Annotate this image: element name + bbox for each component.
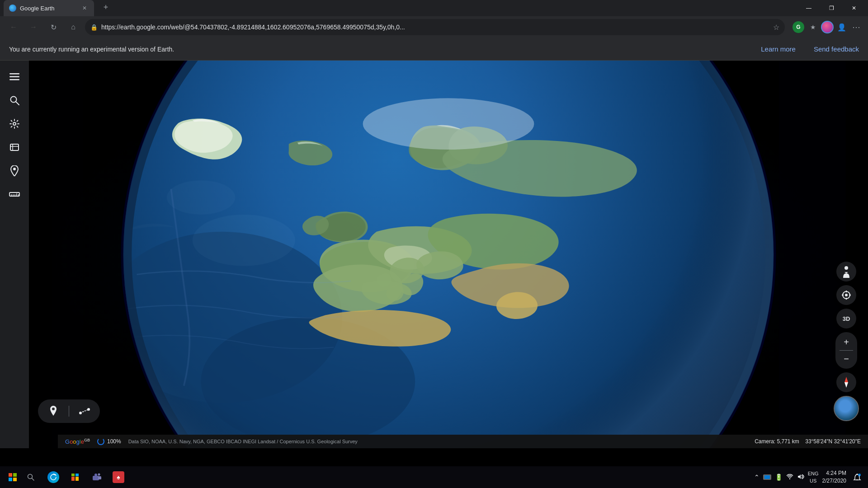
camera-info: Camera: 5,771 km 33°58'24"N 32°41'20"E <box>755 438 861 445</box>
sidebar <box>0 61 29 448</box>
tab-title: Google Earth <box>20 5 77 12</box>
svg-point-29 <box>52 408 55 410</box>
svg-point-9 <box>13 168 16 170</box>
zoom-in-button[interactable]: + <box>837 334 855 350</box>
taskbar-store[interactable] <box>65 467 85 487</box>
keyboard-region: US <box>808 477 819 485</box>
taskbar-edge[interactable] <box>43 467 63 487</box>
location-target-button[interactable] <box>836 285 856 305</box>
svg-point-5 <box>13 122 16 125</box>
clock-time: 4:24 PM <box>822 469 846 477</box>
notification-center-button[interactable]: 1 <box>850 470 864 484</box>
url-text: https://earth.google.com/web/@54.7043780… <box>101 23 769 31</box>
minimize-button[interactable]: — <box>798 1 819 15</box>
svg-point-34 <box>845 294 848 296</box>
ext-green-icon: G <box>793 21 804 33</box>
bookmark-icon[interactable]: ☆ <box>773 23 779 32</box>
svg-point-25 <box>167 180 236 215</box>
browser-tab[interactable]: Google Earth ✕ <box>4 0 94 16</box>
svg-point-50 <box>94 474 97 476</box>
close-button[interactable]: ✕ <box>844 1 864 15</box>
camera-coords: 33°58'24"N 32°41'20"E <box>805 438 861 445</box>
add-pin-button[interactable] <box>45 403 61 419</box>
right-controls: 3D + − <box>834 262 859 421</box>
loading-percent: 100% <box>107 438 121 445</box>
extension-green[interactable]: G <box>792 21 805 33</box>
loading-circle <box>97 438 104 445</box>
clock-area[interactable]: 4:24 PM 2/27/2020 <box>822 469 846 485</box>
camera-distance: Camera: 5,771 km <box>755 438 799 445</box>
maximize-button[interactable]: ❒ <box>821 1 842 15</box>
taskbar-search-button[interactable] <box>22 468 40 486</box>
tab-close-button[interactable]: ✕ <box>80 4 89 12</box>
tab-favicon <box>9 5 16 12</box>
svg-rect-0 <box>9 73 19 75</box>
svg-rect-46 <box>75 477 79 481</box>
tray-volume[interactable] <box>797 474 804 481</box>
mini-globe-button[interactable] <box>834 396 859 421</box>
forward-button[interactable]: → <box>25 19 42 35</box>
back-button[interactable]: ← <box>5 19 22 35</box>
sidebar-ruler-button[interactable] <box>4 183 25 205</box>
svg-rect-39 <box>9 473 12 477</box>
svg-rect-48 <box>75 474 79 476</box>
map-area[interactable]: 3D + − GoogleGB 100% Data <box>29 61 868 448</box>
nav-bar: ← → ↻ ⌂ 🔒 https://earth.google.com/web/@… <box>0 16 868 38</box>
zoom-out-button[interactable]: − <box>837 351 855 367</box>
sidebar-settings-button[interactable] <box>4 113 25 135</box>
svg-point-24 <box>193 215 295 266</box>
taskbar-solitaire[interactable]: ♠ <box>108 467 128 487</box>
clock-date: 2/27/2020 <box>822 477 846 485</box>
sidebar-layers-button[interactable] <box>4 136 25 158</box>
sidebar-menu-button[interactable] <box>4 66 25 88</box>
notification-text: You are currently running an experimenta… <box>9 46 761 53</box>
needle-north <box>844 377 848 382</box>
svg-rect-28 <box>51 61 83 448</box>
home-button[interactable]: ⌂ <box>65 19 81 35</box>
extension-star[interactable]: ★ <box>807 21 819 33</box>
svg-line-44 <box>32 479 34 481</box>
notification-bar: You are currently running an experimenta… <box>0 38 868 61</box>
globe-svg <box>29 61 868 448</box>
tray-wifi[interactable] <box>786 474 793 481</box>
more-menu-button[interactable]: ⋯ <box>850 21 863 33</box>
window-controls: — ❒ ✕ <box>798 1 864 15</box>
status-bar: GoogleGB 100% Data SIO, NOAA, U.S. Navy,… <box>58 435 868 448</box>
extension-icons: G ★ 👤 ⋯ <box>792 21 863 33</box>
send-feedback-link[interactable]: Send feedback <box>814 45 859 53</box>
3d-view-button[interactable]: 3D <box>836 309 856 328</box>
taskbar-teams[interactable] <box>87 467 107 487</box>
keyboard-layout[interactable]: ENG US <box>808 470 819 485</box>
compass-button[interactable] <box>836 372 856 392</box>
svg-line-4 <box>16 102 19 105</box>
profile-button[interactable]: 👤 <box>835 21 848 33</box>
tray-battery[interactable]: 🔋 <box>775 474 783 481</box>
start-button[interactable] <box>4 468 22 486</box>
toolbar-divider <box>69 406 69 417</box>
add-path-button[interactable] <box>76 403 93 419</box>
needle-south <box>844 382 848 388</box>
new-tab-button[interactable]: + <box>99 1 112 14</box>
svg-rect-2 <box>9 79 19 80</box>
address-bar[interactable]: 🔒 https://earth.google.com/web/@54.70437… <box>85 19 785 35</box>
taskbar-right: ⌃ 🔋 ENG <box>754 469 864 485</box>
taskbar: ♠ ⌃ 🔋 <box>0 466 868 488</box>
street-view-button[interactable] <box>836 262 856 282</box>
learn-more-link[interactable]: Learn more <box>761 45 796 53</box>
svg-point-32 <box>844 266 848 270</box>
bottom-toolbar <box>38 399 100 423</box>
profile-avatar[interactable] <box>821 21 834 33</box>
logo-superscript: GB <box>84 438 90 442</box>
compass-needle <box>844 377 848 388</box>
google-logo: GoogleGB <box>65 438 90 445</box>
svg-rect-49 <box>93 476 99 480</box>
system-tray: ⌃ 🔋 <box>754 474 804 481</box>
reload-button[interactable]: ↻ <box>45 19 61 35</box>
tray-up-arrow[interactable]: ⌃ <box>754 474 760 481</box>
svg-rect-41 <box>9 478 12 481</box>
sidebar-location-button[interactable] <box>4 160 25 182</box>
main-content: 3D + − GoogleGB 100% Data <box>0 61 868 448</box>
sidebar-search-button[interactable] <box>4 89 25 111</box>
tray-network-icon[interactable] <box>763 474 771 480</box>
svg-rect-1 <box>9 76 19 78</box>
